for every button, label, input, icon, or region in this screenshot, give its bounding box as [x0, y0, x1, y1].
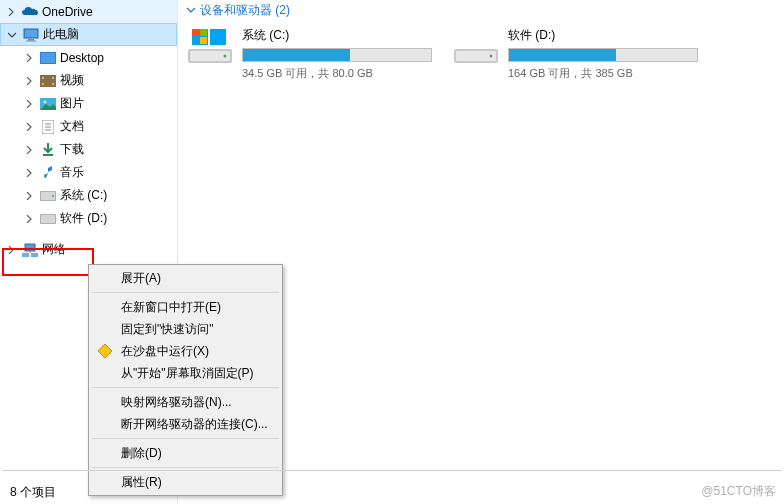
tree-thispc[interactable]: 此电脑	[0, 23, 177, 46]
svg-rect-32	[192, 29, 199, 36]
menu-disconnect-network-drive[interactable]: 断开网络驱动器的连接(C)...	[91, 413, 280, 435]
svg-rect-9	[52, 77, 54, 79]
tree-drive-c[interactable]: 系统 (C:)	[0, 184, 177, 207]
pictures-label: 图片	[60, 95, 84, 112]
section-title: 设备和驱动器 (2)	[200, 2, 290, 19]
chevron-right-icon	[4, 243, 18, 257]
drive-status: 164 GB 可用，共 385 GB	[508, 66, 698, 81]
drive-bar	[242, 48, 432, 62]
drive-list: 系统 (C:) 34.5 GB 可用，共 80.0 GB 软件 (D:) 164…	[186, 27, 776, 81]
drive-status: 34.5 GB 可用，共 80.0 GB	[242, 66, 432, 81]
sandbox-icon	[97, 343, 113, 359]
drive-info: 软件 (D:) 164 GB 可用，共 385 GB	[508, 27, 698, 81]
svg-rect-5	[41, 53, 55, 63]
svg-point-12	[44, 100, 47, 103]
drive-icon	[40, 211, 56, 227]
tree-network[interactable]: 网络	[0, 238, 177, 261]
statusbar: 8 个项目	[0, 480, 56, 504]
menu-pin-quick-access[interactable]: 固定到"快速访问"	[91, 318, 280, 340]
svg-rect-3	[26, 40, 36, 41]
videos-icon	[40, 73, 56, 89]
svg-rect-8	[42, 83, 44, 85]
drive-name: 软件 (D:)	[508, 27, 698, 44]
menu-expand[interactable]: 展开(A)	[91, 267, 280, 289]
svg-rect-22	[41, 215, 55, 223]
network-icon	[22, 242, 38, 258]
chevron-right-icon	[22, 189, 36, 203]
svg-point-29	[224, 55, 227, 58]
menu-unpin-start[interactable]: 从"开始"屏幕取消固定(P)	[91, 362, 280, 384]
svg-rect-34	[192, 37, 199, 44]
menu-separator	[92, 467, 279, 468]
desktop-icon	[40, 50, 56, 66]
svg-rect-7	[42, 77, 44, 79]
drive-icon	[186, 27, 234, 67]
drive-name: 系统 (C:)	[242, 27, 432, 44]
menu-map-network-drive[interactable]: 映射网络驱动器(N)...	[91, 391, 280, 413]
tree-pictures[interactable]: 图片	[0, 92, 177, 115]
chevron-right-icon	[22, 51, 36, 65]
documents-label: 文档	[60, 118, 84, 135]
menu-separator	[92, 387, 279, 388]
svg-rect-6	[40, 75, 56, 87]
svg-rect-10	[52, 83, 54, 85]
svg-rect-33	[200, 29, 207, 36]
svg-rect-24	[22, 253, 29, 257]
drive-c-label: 系统 (C:)	[60, 187, 107, 204]
drive-bar	[508, 48, 698, 62]
downloads-icon	[40, 142, 56, 158]
content-area: 设备和驱动器 (2) 系统 (C:) 34.5 GB 可用，共 80.0 GB …	[178, 0, 784, 81]
computer-icon	[23, 27, 39, 43]
statusbar-separator	[2, 470, 782, 471]
tree-videos[interactable]: 视频	[0, 69, 177, 92]
svg-rect-25	[31, 253, 38, 257]
watermark: @51CTO博客	[701, 483, 776, 500]
tree-desktop[interactable]: Desktop	[0, 46, 177, 69]
menu-properties[interactable]: 属性(R)	[91, 471, 280, 493]
tree-music[interactable]: 音乐	[0, 161, 177, 184]
onedrive-label: OneDrive	[42, 5, 93, 19]
chevron-right-icon	[4, 5, 18, 19]
section-header[interactable]: 设备和驱动器 (2)	[186, 0, 776, 27]
drive-item[interactable]: 系统 (C:) 34.5 GB 可用，共 80.0 GB	[186, 27, 432, 81]
pictures-icon	[40, 96, 56, 112]
menu-separator	[92, 292, 279, 293]
menu-separator	[92, 438, 279, 439]
svg-point-20	[52, 195, 54, 197]
desktop-label: Desktop	[60, 51, 104, 65]
thispc-label: 此电脑	[43, 26, 79, 43]
svg-rect-35	[200, 37, 207, 44]
drive-d-label: 软件 (D:)	[60, 210, 107, 227]
svg-point-38	[490, 55, 493, 58]
chevron-right-icon	[22, 212, 36, 226]
drive-item[interactable]: 软件 (D:) 164 GB 可用，共 385 GB	[452, 27, 698, 81]
tree-downloads[interactable]: 下载	[0, 138, 177, 161]
chevron-right-icon	[22, 97, 36, 111]
chevron-down-icon	[5, 28, 19, 42]
network-label: 网络	[42, 241, 66, 258]
svg-rect-2	[28, 39, 34, 41]
menu-open-new-window[interactable]: 在新窗口中打开(E)	[91, 296, 280, 318]
menu-run-sandbox[interactable]: 在沙盘中运行(X)	[91, 340, 280, 362]
svg-rect-23	[25, 244, 35, 251]
tree-onedrive[interactable]: OneDrive	[0, 0, 177, 23]
svg-rect-31	[210, 29, 226, 45]
chevron-right-icon	[22, 120, 36, 134]
menu-delete[interactable]: 删除(D)	[91, 442, 280, 464]
drive-info: 系统 (C:) 34.5 GB 可用，共 80.0 GB	[242, 27, 432, 81]
downloads-label: 下载	[60, 141, 84, 158]
chevron-right-icon	[22, 74, 36, 88]
videos-label: 视频	[60, 72, 84, 89]
chevron-right-icon	[22, 166, 36, 180]
chevron-right-icon	[22, 143, 36, 157]
svg-rect-1	[25, 30, 37, 37]
music-label: 音乐	[60, 164, 84, 181]
context-menu: 展开(A) 在新窗口中打开(E) 固定到"快速访问" 在沙盘中运行(X) 从"开…	[88, 264, 283, 496]
drive-icon	[452, 27, 500, 67]
chevron-down-icon	[186, 4, 196, 18]
tree-drive-d[interactable]: 软件 (D:)	[0, 207, 177, 230]
music-icon	[40, 165, 56, 181]
drive-icon	[40, 188, 56, 204]
tree-documents[interactable]: 文档	[0, 115, 177, 138]
svg-marker-39	[98, 344, 112, 358]
